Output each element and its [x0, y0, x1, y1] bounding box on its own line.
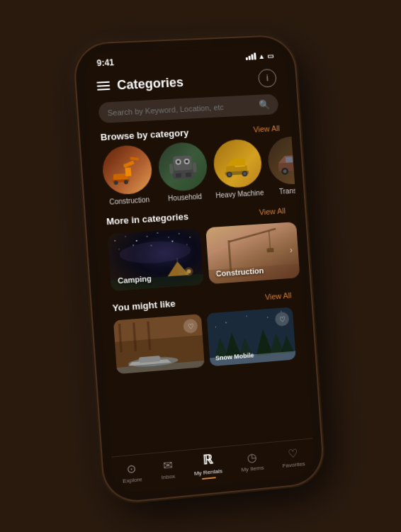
- wifi-icon: ▲: [258, 52, 265, 60]
- svg-rect-3: [123, 160, 135, 168]
- svg-rect-13: [169, 164, 174, 174]
- might-view-all[interactable]: View All: [265, 290, 292, 301]
- svg-point-43: [171, 240, 173, 242]
- category-item-construction[interactable]: Construction: [101, 144, 154, 205]
- inbox-icon: ✉: [162, 458, 172, 472]
- active-indicator: [202, 476, 216, 479]
- category-circle-heavy: [213, 138, 264, 188]
- explore-icon: ⊙: [126, 461, 137, 475]
- more-view-all[interactable]: View All: [259, 205, 286, 215]
- status-icons: ▲ ▭: [245, 51, 273, 60]
- myitems-icon: ◷: [247, 450, 257, 464]
- might-title: You might like: [112, 298, 176, 313]
- might-card-1[interactable]: ♡: [113, 314, 205, 374]
- svg-rect-14: [193, 162, 197, 172]
- might-card-2[interactable]: ♡ Snow Mobile: [207, 307, 296, 366]
- nav-item-explore[interactable]: ⊙ Explore: [115, 457, 148, 487]
- svg-point-45: [119, 239, 192, 265]
- category-label-construction: Construction: [109, 196, 150, 206]
- svg-point-34: [136, 239, 137, 241]
- favorites-icon: ♡: [288, 446, 298, 460]
- more-card-construction[interactable]: Construction ›: [205, 222, 300, 284]
- svg-point-44: [186, 244, 187, 244]
- nav-label-myitems: My Items: [241, 464, 264, 472]
- svg-point-36: [157, 232, 159, 234]
- page-title: Categories: [117, 74, 184, 92]
- svg-point-33: [125, 236, 125, 237]
- nav-item-myitems[interactable]: ◷ My Items: [234, 446, 269, 475]
- category-label-transport: Transport: [279, 186, 296, 195]
- category-circle-household: [157, 141, 209, 192]
- svg-point-38: [179, 233, 179, 234]
- svg-marker-20: [225, 158, 245, 166]
- construction-icon: [101, 144, 154, 195]
- svg-point-39: [189, 237, 191, 238]
- category-item-heavy[interactable]: Heavy Machine: [213, 138, 264, 199]
- svg-point-32: [114, 240, 115, 242]
- status-time: 9:41: [96, 57, 114, 68]
- nav-label-favorites: Favorites: [282, 460, 305, 468]
- svg-rect-16: [186, 172, 191, 176]
- household-icon: [157, 141, 209, 192]
- you-might-section: You might like View All: [100, 284, 307, 376]
- svg-point-35: [147, 236, 148, 237]
- svg-marker-47: [166, 261, 178, 276]
- more-cards: Camping: [96, 219, 302, 296]
- category-item-household[interactable]: Household: [157, 141, 210, 203]
- category-circle-construction: [101, 144, 154, 195]
- browse-view-all[interactable]: View All: [253, 123, 280, 133]
- nav-item-inbox[interactable]: ✉ Inbox: [154, 454, 181, 484]
- category-label-heavy: Heavy Machine: [215, 188, 264, 199]
- nav-label-inbox: Inbox: [161, 472, 175, 480]
- more-title: More in categories: [106, 210, 189, 226]
- svg-point-37: [168, 237, 169, 237]
- search-input[interactable]: [107, 101, 254, 116]
- svg-rect-4: [130, 157, 140, 160]
- notch: [157, 39, 213, 48]
- heavy-machine-icon: [213, 138, 264, 188]
- nav-item-favorites[interactable]: ♡ Favorites: [276, 442, 311, 472]
- battery-icon: ▭: [267, 51, 274, 59]
- menu-button[interactable]: [96, 81, 110, 90]
- svg-point-40: [119, 248, 120, 249]
- more-card-camping[interactable]: Camping: [107, 227, 203, 290]
- svg-rect-2: [125, 167, 131, 176]
- search-icon[interactable]: 🔍: [259, 98, 271, 110]
- signal-icon: [245, 52, 256, 60]
- nav-item-rentals[interactable]: ℝ My Rentals: [187, 447, 229, 483]
- more-section: More in categories View All: [94, 200, 302, 299]
- info-button[interactable]: i: [258, 68, 277, 87]
- category-item-transport[interactable]: Transport: [266, 136, 295, 196]
- category-label-household: Household: [168, 192, 203, 202]
- categories-scroll: Construction: [89, 136, 295, 212]
- category-circle-transport: [266, 136, 295, 185]
- phone-screen: 9:41 ▲ ▭ Categories: [83, 44, 315, 493]
- phone-frame: 9:41 ▲ ▭ Categories: [74, 35, 324, 503]
- svg-rect-15: [176, 173, 181, 177]
- nav-label-explore: Explore: [123, 475, 142, 484]
- app-content: Categories i 🔍 Browse by category View A…: [84, 62, 315, 491]
- browse-title: Browse by category: [100, 127, 189, 142]
- transport-icon: [266, 136, 295, 185]
- svg-rect-31: [286, 157, 293, 162]
- header-left: Categories: [96, 74, 184, 94]
- rentals-icon: ℝ: [202, 451, 213, 468]
- nav-label-rentals: My Rentals: [194, 467, 222, 476]
